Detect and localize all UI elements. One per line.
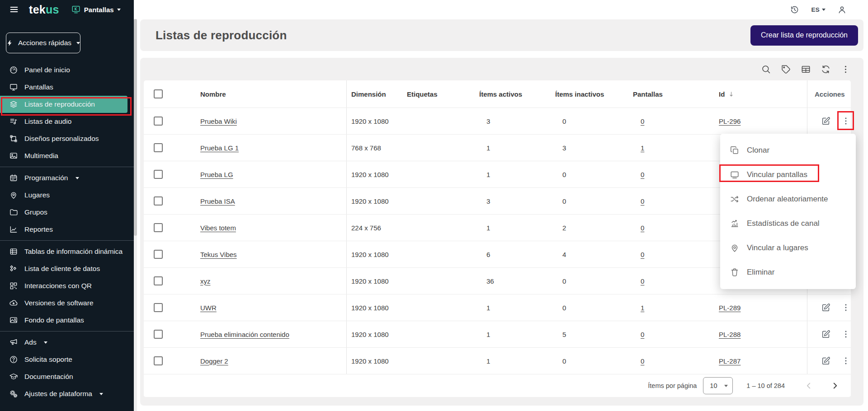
dimension-value: 1920 x 1080 — [346, 348, 407, 374]
playlist-name-link[interactable]: Prueba ISA — [200, 197, 235, 205]
playlist-id-link[interactable]: PL-289 — [719, 304, 741, 312]
row-checkbox[interactable] — [154, 330, 163, 339]
header-nombre[interactable]: Nombre — [200, 80, 346, 107]
row-9-kebab-button[interactable] — [841, 329, 851, 339]
tags-value — [407, 321, 479, 347]
scrollbar-thumb[interactable] — [134, 19, 137, 236]
row-checkbox[interactable] — [154, 143, 163, 152]
sidebar-item-lista-de-cliente-de-datos[interactable]: Lista de cliente de datos — [0, 260, 134, 277]
sidebar-item-programacion[interactable]: Programación — [0, 169, 134, 187]
quick-actions-button[interactable]: Acciones rápidas — [6, 33, 80, 53]
playlist-id-link[interactable]: PL-296 — [719, 117, 741, 125]
menu-item-vincular-pantallas[interactable]: Vincular pantallas — [720, 163, 856, 187]
row-1-kebab-button[interactable] — [841, 116, 851, 126]
playlist-name-link[interactable]: UWR — [200, 304, 217, 312]
playlist-name-link[interactable]: Dogger 2 — [200, 357, 228, 365]
sidebar-item-ads[interactable]: Ads — [0, 334, 134, 351]
toolbar-kebab-icon[interactable] — [840, 64, 851, 75]
sidebar-item-solicita-soporte[interactable]: Solicita soporte — [0, 351, 134, 368]
screens-count-link[interactable]: 1 — [641, 304, 644, 312]
sidebar-item-disenos-personalizados[interactable]: Diseños personalizados — [0, 130, 134, 147]
header-items-activos[interactable]: Ítems activos — [479, 80, 555, 107]
playlist-id-link[interactable]: PL-287 — [719, 357, 741, 365]
sidebar-item-interacciones-con-qr[interactable]: Interacciones con QR — [0, 277, 134, 294]
sidebar-item-lugares[interactable]: Lugares — [0, 187, 134, 204]
select-all-checkbox[interactable] — [154, 89, 163, 98]
table-row: UWR1920 x 1080101PL-289 — [144, 294, 851, 321]
sidebar-item-multimedia[interactable]: Multimedia — [0, 147, 134, 164]
playlist-name-link[interactable]: Tekus Vibes — [200, 251, 237, 258]
create-playlist-button[interactable]: Crear lista de reproducción — [750, 25, 858, 46]
edit-button[interactable] — [821, 356, 831, 366]
menu-item-clonar[interactable]: Clonar — [720, 138, 856, 163]
columns-table-icon[interactable] — [801, 64, 811, 75]
row-checkbox[interactable] — [154, 303, 163, 312]
screens-count-link[interactable]: 0 — [641, 357, 644, 365]
header-etiquetas[interactable]: Etiquetas — [407, 80, 479, 107]
row-8-kebab-button[interactable] — [841, 303, 851, 313]
sidebar-item-reportes[interactable]: Reportes — [0, 221, 134, 238]
sidebar-item-pantallas[interactable]: Pantallas — [0, 79, 134, 96]
screens-context-switcher[interactable]: Pantallas — [71, 5, 121, 14]
menu-item-estadisticas-de-canal[interactable]: Estadísticas de canal — [720, 211, 856, 236]
screens-count-link[interactable]: 0 — [641, 197, 644, 205]
items-active-value: 1 — [479, 294, 555, 321]
row-checkbox[interactable] — [154, 250, 163, 259]
sidebar-item-grupos[interactable]: Grupos — [0, 204, 134, 221]
sidebar-item-panel-de-inicio[interactable]: Panel de inicio — [0, 61, 134, 79]
row-10-kebab-button[interactable] — [841, 356, 851, 366]
header-dimension[interactable]: Dimensión — [346, 80, 407, 107]
tag-filter-icon[interactable] — [781, 64, 791, 75]
header-id[interactable]: Id — [719, 80, 807, 107]
user-profile-icon[interactable] — [837, 5, 847, 14]
menu-item-ordenar-aleatoriamente[interactable]: Ordenar aleatoriamente — [720, 187, 856, 211]
screens-count-link[interactable]: 0 — [641, 251, 644, 258]
page-size-select[interactable]: 10 — [703, 377, 733, 394]
search-icon[interactable] — [761, 64, 771, 75]
sidebar: tekus Pantallas Acciones rápidas Panel d… — [0, 0, 134, 411]
sidebar-item-tablas-de-informacion-dinamica[interactable]: Tablas de información dinámica — [0, 243, 134, 260]
table-header-row: Nombre Dimensión Etiquetas Ítems activos… — [144, 80, 851, 108]
history-icon[interactable] — [790, 5, 799, 14]
screens-count-link[interactable]: 0 — [641, 224, 644, 232]
playlist-name-link[interactable]: Vibes totem — [200, 224, 236, 232]
edit-button[interactable] — [821, 329, 831, 339]
playlist-name-link[interactable]: Prueba LG 1 — [200, 144, 239, 152]
menu-item-eliminar[interactable]: Eliminar — [720, 260, 856, 285]
hamburger-menu-icon[interactable] — [9, 5, 19, 14]
sidebar-item-versiones-de-software[interactable]: Versiones de software — [0, 294, 134, 312]
screens-count-link[interactable]: 0 — [641, 171, 644, 178]
row-checkbox[interactable] — [154, 276, 163, 285]
screens-count-link[interactable]: 1 — [641, 144, 644, 152]
row-context-menu: ClonarVincular pantallasOrdenar aleatori… — [720, 134, 856, 289]
sidebar-item-listas-de-reproduccion[interactable]: Listas de reproducción — [0, 96, 127, 113]
edit-button[interactable] — [821, 116, 831, 126]
screens-count-link[interactable]: 0 — [641, 277, 644, 285]
refresh-icon[interactable] — [821, 64, 831, 75]
menu-item-vincular-a-lugares[interactable]: Vincular a lugares — [720, 236, 856, 260]
sidebar-item-listas-de-audio[interactable]: Listas de audio — [0, 113, 134, 130]
row-checkbox[interactable] — [154, 170, 163, 179]
next-page-button[interactable] — [830, 381, 840, 391]
sidebar-scrollbar[interactable] — [134, 0, 137, 411]
sidebar-item-label: Diseños personalizados — [24, 134, 99, 143]
playlist-name-link[interactable]: Prueba LG — [200, 171, 233, 178]
header-pantallas[interactable]: Pantallas — [633, 80, 719, 107]
sidebar-item-ajustes-de-plataforma[interactable]: Ajustes de plataforma — [0, 385, 134, 402]
row-checkbox[interactable] — [154, 223, 163, 232]
previous-page-button[interactable] — [804, 381, 814, 391]
row-checkbox[interactable] — [154, 356, 163, 365]
header-items-inactivos[interactable]: Ítems inactivos — [555, 80, 633, 107]
playlist-id-link[interactable]: PL-288 — [719, 331, 741, 338]
language-selector[interactable]: ES — [811, 6, 826, 13]
row-checkbox[interactable] — [154, 196, 163, 206]
screens-count-link[interactable]: 0 — [641, 331, 644, 338]
edit-button[interactable] — [821, 303, 831, 313]
screens-count-link[interactable]: 0 — [641, 117, 644, 125]
sidebar-item-documentacion[interactable]: Documentación — [0, 368, 134, 385]
sidebar-item-fondo-de-pantallas[interactable]: Fondo de pantallas — [0, 312, 134, 329]
playlist-name-link[interactable]: Prueba Wiki — [200, 117, 237, 125]
playlist-name-link[interactable]: xyz — [200, 277, 211, 285]
playlist-name-link[interactable]: Prueba eliminación contenido — [200, 331, 289, 338]
row-checkbox[interactable] — [154, 117, 163, 126]
